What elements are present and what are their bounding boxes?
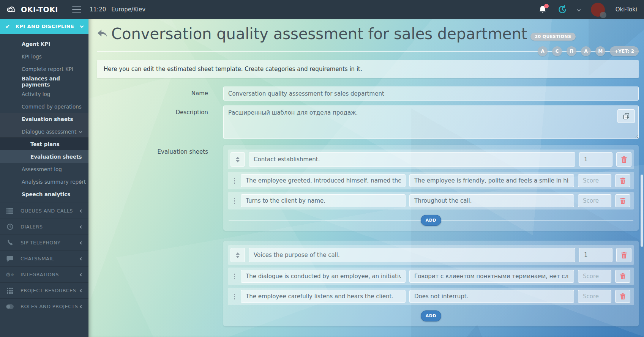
score-input[interactable] — [578, 174, 611, 187]
sidebar-section-queues-and-calls[interactable]: QUEUES AND CALLS — [0, 203, 88, 219]
user-avatar[interactable] — [591, 3, 605, 17]
reviewer-avatar[interactable]: A — [581, 46, 591, 56]
user-menu-chevron-icon[interactable] — [577, 8, 581, 11]
delete-category-button[interactable] — [616, 248, 631, 262]
name-input[interactable] — [223, 87, 639, 101]
delete-question-button[interactable] — [615, 290, 630, 303]
question-comment-input[interactable] — [409, 194, 574, 207]
sidebar-item-balances-and-payments[interactable]: Balances and payments — [0, 75, 88, 88]
drag-dots-icon[interactable] — [232, 178, 237, 184]
hamburger-icon[interactable] — [72, 6, 81, 13]
chevron-left-icon — [80, 209, 83, 212]
chevron-left-icon — [80, 241, 83, 244]
drag-handle[interactable] — [230, 248, 245, 262]
delete-question-button[interactable] — [615, 270, 630, 283]
scrollbar-thumb[interactable] — [641, 175, 643, 247]
question-row — [228, 172, 634, 189]
page-title: Conversation quality assessment for sale… — [111, 25, 527, 43]
question-row — [228, 192, 634, 209]
drag-dots-icon[interactable] — [232, 294, 237, 299]
brand-logo[interactable]: OKI-TOKI — [0, 5, 68, 14]
chevron-left-icon — [80, 289, 83, 292]
user-status-badge — [600, 12, 606, 18]
clock-icon — [6, 224, 14, 230]
main-content: Conversation quality assessment for sale… — [88, 19, 644, 337]
sidebar-section-label: ROLES AND PROJECTS — [21, 304, 78, 309]
sidebar-item-test-plans[interactable]: Test plans — [0, 138, 88, 150]
add-question-row: ADD — [228, 214, 634, 226]
sidebar-section-sip-telephony[interactable]: SIP-TELEPHONY — [0, 235, 88, 250]
back-button[interactable] — [97, 29, 108, 39]
description-textarea[interactable] — [223, 106, 639, 139]
sort-down-icon — [236, 256, 240, 258]
score-input[interactable] — [578, 290, 611, 303]
clock: 11:20 Europe/Kiev — [90, 6, 145, 13]
trash-icon — [620, 293, 625, 299]
category-name-input[interactable] — [249, 248, 575, 262]
history-button[interactable] — [558, 5, 567, 14]
chevron-left-icon — [80, 225, 83, 228]
drag-handle[interactable] — [230, 152, 245, 167]
sidebar-item-kpi-logs[interactable]: KPI logs — [0, 50, 88, 63]
sidebar-item-agent-kpi[interactable]: Agent KPI — [0, 38, 88, 50]
sidebar-section-roles-and-projects[interactable]: ROLES AND PROJECTS — [0, 298, 88, 314]
sidebar-item-commed-by-operations[interactable]: Commed by operations — [0, 100, 88, 113]
category-name-input[interactable] — [249, 152, 575, 167]
sidebar-item-evaluation-sheets-group[interactable]: Evaluation sheets — [0, 113, 88, 125]
question-text-input[interactable] — [241, 290, 406, 303]
category-block: ADD — [223, 241, 639, 326]
sidebar-item-complete-report-kpi[interactable]: Complete report KPI — [0, 63, 88, 75]
sidebar-item-analysis-summary-report[interactable]: Analysis summary report — [0, 175, 88, 188]
evaluation-sheets-label: Evaluation sheets — [97, 145, 223, 155]
sidebar-section-label: SIP-TELEPHONY — [21, 240, 60, 246]
checkmark-icon: ✔ — [5, 23, 10, 30]
sidebar-section-chats-mail[interactable]: CHATS&MAIL — [0, 250, 88, 266]
sidebar-section-dialers[interactable]: DIALERS — [0, 219, 88, 235]
delete-question-button[interactable] — [615, 174, 630, 187]
sidebar-item-label: Complete report KPI — [22, 66, 73, 72]
question-text-input[interactable] — [241, 194, 406, 207]
question-comment-input[interactable] — [409, 290, 574, 303]
question-text-input[interactable] — [241, 174, 406, 187]
drag-dots-icon[interactable] — [232, 274, 237, 279]
sidebar-section-label: DIALERS — [21, 224, 43, 230]
title-divider: A C П A M +YET: 2 — [97, 46, 639, 57]
sidebar-item-evaluation-sheets-active[interactable]: Evaluation sheets — [0, 150, 88, 163]
question-row — [228, 288, 634, 305]
sidebar-item-assessment-log[interactable]: Assessment log — [0, 163, 88, 175]
question-comment-input[interactable] — [409, 270, 574, 283]
chat-icon — [6, 255, 14, 262]
phone-icon — [6, 239, 14, 246]
list-icon — [6, 208, 14, 214]
delete-category-button[interactable] — [616, 152, 631, 167]
score-input[interactable] — [578, 194, 611, 207]
sidebar-item-dialogue-assessment[interactable]: Dialogue assessment — [0, 125, 88, 138]
sidebar-kpi-menu: Agent KPI KPI logs Complete report KPI B… — [0, 34, 88, 203]
reviewer-avatar[interactable]: M — [595, 46, 605, 56]
delete-question-button[interactable] — [615, 194, 630, 207]
question-comment-input[interactable] — [409, 174, 574, 187]
reviewer-avatar[interactable]: П — [567, 46, 576, 56]
notifications-button[interactable] — [538, 5, 547, 14]
sidebar-item-activity-log[interactable]: Activity log — [0, 88, 88, 100]
reviewer-avatar[interactable]: A — [538, 46, 548, 56]
category-weight-input[interactable] — [579, 248, 612, 262]
sidebar-item-label: Speech analytics — [22, 191, 70, 197]
questions-count-badge: 20 QUESTIONS — [530, 33, 576, 41]
sidebar-section-kpi-and-discipline[interactable]: ✔ KPI AND DISCIPLINE — [0, 19, 88, 34]
sidebar-item-speech-analytics[interactable]: Speech analytics — [0, 188, 88, 200]
reviewer-avatar[interactable]: C — [552, 46, 562, 56]
drag-dots-icon[interactable] — [232, 198, 237, 204]
add-question-button[interactable]: ADD — [421, 310, 441, 321]
question-text-input[interactable] — [241, 270, 406, 283]
add-question-row: ADD — [228, 310, 634, 322]
trash-icon — [620, 273, 625, 279]
add-question-button[interactable]: ADD — [421, 215, 441, 226]
reviewers-more-badge[interactable]: +YET: 2 — [610, 46, 639, 56]
sidebar-section-project-resources[interactable]: PROJECT RESOURCES — [0, 282, 88, 298]
category-weight-input[interactable] — [579, 152, 612, 167]
sidebar-section-integrations[interactable]: ⚙︎⚙︎ INTEGRATIONS — [0, 266, 88, 282]
score-input[interactable] — [578, 270, 611, 283]
sidebar-item-label: Agent KPI — [22, 41, 50, 47]
copy-button[interactable] — [617, 109, 635, 123]
